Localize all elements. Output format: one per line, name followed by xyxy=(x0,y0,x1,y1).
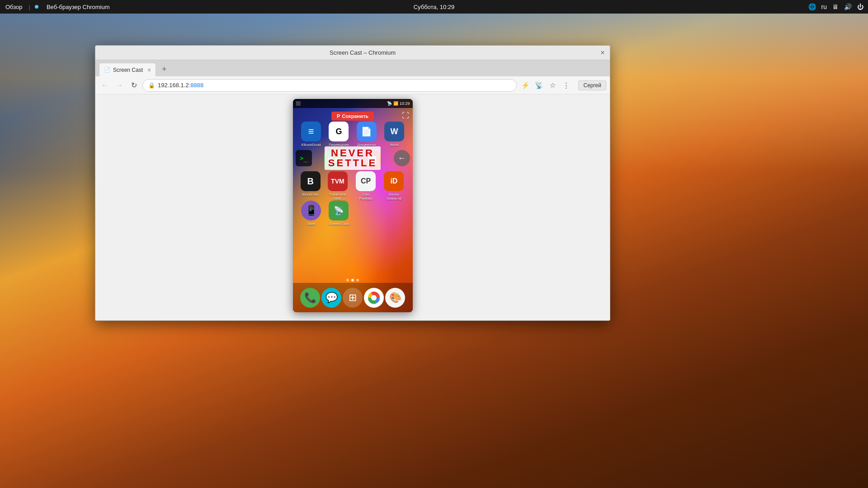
screencast-label: Screen Cast xyxy=(329,222,349,226)
settle-text: SETTLE xyxy=(328,158,377,168)
terminal-symbol: >_ xyxy=(300,155,307,162)
dock-messages[interactable]: 💬 xyxy=(321,288,341,308)
window-title: Screen Cast – Chromium xyxy=(126,49,599,56)
display-icon[interactable]: 🖥 xyxy=(831,2,840,11)
volume-icon[interactable]: 🔊 xyxy=(843,2,853,11)
pinterest-icon: P xyxy=(337,113,340,119)
dot-1 xyxy=(346,279,349,282)
dock-camera[interactable]: 🎨 xyxy=(385,288,405,308)
blockfolio-icon: B xyxy=(301,171,321,191)
never-settle-row: >_ NEVER SETTLE ← xyxy=(293,146,413,170)
phone-screen: ⬛ 📡 📶 10:29 P Сохранить ⛶ xyxy=(293,99,413,312)
app-tradeview[interactable]: TVM TradeView Mob xyxy=(327,171,349,201)
tab-close-button[interactable]: × xyxy=(147,66,151,74)
sergey-button[interactable]: Сергей xyxy=(578,80,606,90)
app-blockfolio[interactable]: B BlockFolio xyxy=(301,171,321,201)
app-viber[interactable]: 📱 Viber xyxy=(301,201,321,226)
never-settle-text: NEVER SETTLE xyxy=(325,146,381,170)
browser-taskbar-label[interactable]: Веб-браузер Chromium xyxy=(45,3,112,11)
app-translate[interactable]: G Переводчик xyxy=(329,122,349,147)
phone-dock: 📞 💬 ⊞ 🎨 xyxy=(293,283,413,312)
never-text: NEVER xyxy=(328,148,377,158)
idnow-icon: iD xyxy=(384,171,404,191)
app-coinportfolio[interactable]: CP Coin Portfolio xyxy=(355,171,377,201)
tab-bar: 📄 Screen Cast × + xyxy=(95,60,610,76)
back-button[interactable]: ← xyxy=(99,80,111,91)
window-close-button[interactable]: × xyxy=(599,49,606,56)
lang-button[interactable]: ru xyxy=(821,2,828,11)
back-arrow-icon[interactable]: ← xyxy=(394,150,410,166)
coinportfolio-icon: CP xyxy=(356,171,376,191)
viber-label: Viber xyxy=(307,222,316,226)
ebookdroid-icon: ≡ xyxy=(301,122,321,141)
taskbar-separator: | xyxy=(29,4,30,10)
phone-status-bar: ⬛ 📡 📶 10:29 xyxy=(293,99,413,108)
expand-icon[interactable]: ⛶ xyxy=(402,112,409,120)
tradeview-label: TradeView Mob xyxy=(327,192,349,201)
address-bar[interactable]: 🔒 192.168.1.2:8888 xyxy=(142,79,517,92)
address-bar-row: ← → ↻ 🔒 192.168.1.2:8888 ⚡ 📡 ☆ ⋮ Сергей xyxy=(95,76,610,94)
screencast-icon: 📡 xyxy=(329,201,349,221)
menu-icon[interactable]: ⋮ xyxy=(560,80,572,91)
dot-3 xyxy=(356,279,359,282)
status-left: ⬛ xyxy=(296,101,301,106)
new-tab-button[interactable]: + xyxy=(158,63,170,75)
dock-phone[interactable]: 📞 xyxy=(300,288,320,308)
word-icon: W xyxy=(384,122,404,141)
app-screencast[interactable]: 📡 Screen Cast xyxy=(329,201,349,226)
taskbar-left: Обзор | Веб-браузер Chromium xyxy=(4,3,112,11)
phone-dots xyxy=(293,279,413,282)
taskbar-datetime: Суббота, 10:29 xyxy=(414,4,455,10)
browser-indicator xyxy=(35,5,38,9)
tab-page-icon: 📄 xyxy=(104,67,110,73)
idnow-label: iDnow Online-Id xyxy=(383,192,405,201)
filter-icon[interactable]: ⚡ xyxy=(519,80,531,91)
translate-icon: G xyxy=(329,122,349,141)
app-ebookdroid[interactable]: ≡ EBookDroid xyxy=(301,122,321,147)
svg-point-1 xyxy=(371,295,377,300)
overview-button[interactable]: Обзор xyxy=(4,3,24,11)
security-icon: 🔒 xyxy=(148,82,155,89)
cast-status-icon: ⬛ xyxy=(296,101,301,106)
browser-content: ⬛ 📡 📶 10:29 P Сохранить ⛶ xyxy=(95,94,610,320)
browser-window: Screen Cast – Chromium × 📄 Screen Cast ×… xyxy=(95,45,610,321)
signal-icon: 📶 xyxy=(393,101,398,106)
bookmark-icon[interactable]: ☆ xyxy=(547,80,558,91)
coinportfolio-label: Coin Portfolio xyxy=(355,192,377,201)
status-right: 📡 📶 10:29 xyxy=(387,101,410,106)
address-url: 192.168.1.2:8888 xyxy=(158,82,203,89)
save-button[interactable]: P Сохранить xyxy=(331,112,374,121)
tab-label: Screen Cast xyxy=(113,67,143,73)
browser-tab[interactable]: 📄 Screen Cast × xyxy=(99,63,156,76)
dock-chrome[interactable] xyxy=(364,288,384,308)
save-label: Сохранить xyxy=(342,113,368,119)
save-overlay: P Сохранить xyxy=(293,112,413,121)
network-icon[interactable]: 🌐 xyxy=(807,2,817,11)
taskbar: Обзор | Веб-браузер Chromium Суббота, 10… xyxy=(0,0,868,14)
forward-button[interactable]: → xyxy=(113,80,125,91)
tradeview-icon: TVM xyxy=(328,171,348,191)
app-word[interactable]: W Word xyxy=(384,122,404,147)
reload-button[interactable]: ↻ xyxy=(128,80,140,91)
docs-icon: 📄 xyxy=(357,122,377,141)
dock-all-apps[interactable]: ⊞ xyxy=(343,288,363,308)
dot-2 xyxy=(351,279,354,282)
app-docs[interactable]: 📄 Документы xyxy=(357,122,377,147)
phone-apps-row2: B BlockFolio TVM TradeView Mob CP Coin P… xyxy=(293,171,413,201)
terminal-icon[interactable]: >_ xyxy=(296,150,312,166)
battery-label: 10:29 xyxy=(400,101,410,106)
cast-icon[interactable]: 📡 xyxy=(533,80,545,91)
title-bar: Screen Cast – Chromium × xyxy=(95,46,610,60)
viber-icon: 📱 xyxy=(301,201,321,221)
phone-apps-top: ≡ EBookDroid G Переводчик 📄 Документы W … xyxy=(293,122,413,147)
app-idnow[interactable]: iD iDnow Online-Id xyxy=(383,171,405,201)
power-icon[interactable]: ⏻ xyxy=(856,2,864,11)
phone-apps-row3: 📱 Viber 📡 Screen Cast xyxy=(293,201,413,226)
address-bar-actions: ⚡ 📡 ☆ ⋮ xyxy=(519,80,572,91)
wifi-icon: 📡 xyxy=(387,101,392,106)
taskbar-right: 🌐 ru 🖥 🔊 ⏻ xyxy=(807,2,864,11)
blockfolio-label: BlockFolio xyxy=(302,192,319,197)
